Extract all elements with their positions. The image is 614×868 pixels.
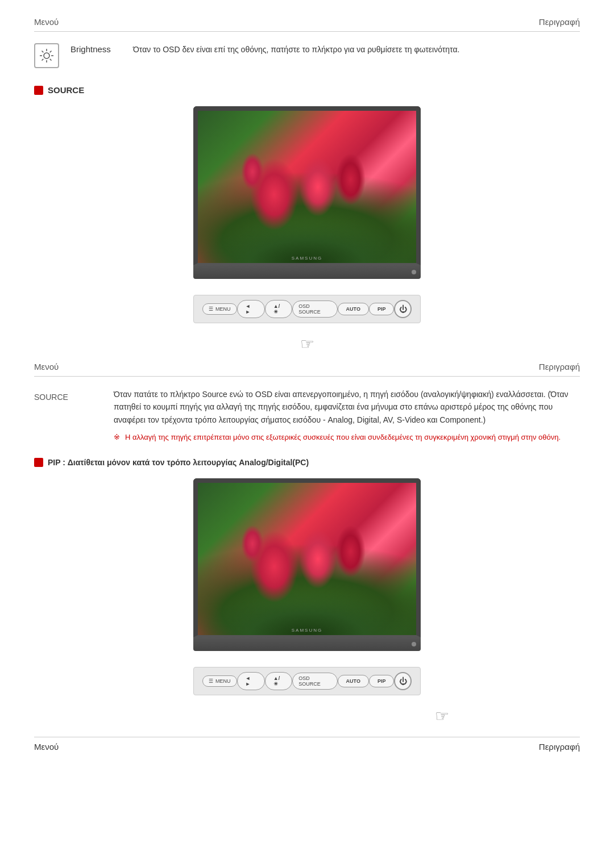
pip-title: PIP : Διατίθεται μόνον κατά τον τρόπο λε… [34, 458, 580, 467]
pip-button[interactable]: PIP [369, 303, 395, 315]
svg-line-5 [42, 51, 44, 53]
power-button-2[interactable]: ⏻ [394, 672, 412, 690]
auto-button-2[interactable]: AUTO [338, 675, 369, 687]
monitor-wrapper-2: SAMSUNG [193, 478, 421, 651]
svg-line-7 [50, 51, 52, 53]
brightness-adj-button[interactable]: ▲/☀ [265, 300, 292, 318]
monitor-container-1: SAMSUNG [34, 106, 580, 279]
monitor-bezel-bottom-2 [193, 637, 421, 651]
button-strip-container-1: ☰ MENU ◄ ► ▲/☀ OSD SOURCE AUTO PIP ⏻ [34, 290, 580, 323]
nav-button-left[interactable]: ◄ ► [237, 300, 265, 318]
menu-button-icon-2: ☰ [209, 678, 213, 684]
brightness-icon-box [34, 43, 59, 68]
monitor-bezel-bottom-1 [193, 265, 421, 279]
power-button-1[interactable]: ⏻ [394, 300, 412, 318]
header-row: Μενού Περιγραφή [34, 17, 580, 32]
source-title-icon [34, 86, 43, 95]
button-strip-2: ☰ MENU ◄ ► ▲/☀ OSD SOURCE AUTO PIP ⏻ [193, 667, 421, 695]
brightness-description: Όταν το OSD δεν είναι επί της οθόνης, πα… [133, 43, 459, 56]
nav-button-left-2[interactable]: ◄ ► [237, 672, 265, 690]
pip-title-text: PIP : Διατίθεται μόνον κατά τον τρόπο λε… [48, 458, 309, 467]
menu-button-label-2: MENU [215, 678, 231, 684]
footer-row: Μενού Περιγραφή [34, 737, 580, 752]
second-header-row: Μενού Περιγραφή [34, 362, 580, 377]
monitor-wrapper-1: SAMSUNG [193, 106, 421, 279]
pip-button-label: PIP [377, 306, 386, 312]
monitor-power-dot-1 [412, 270, 416, 274]
svg-line-8 [42, 59, 44, 61]
brightness-adj-button-2[interactable]: ▲/☀ [265, 672, 292, 690]
menu-button-label: MENU [215, 306, 231, 312]
source-menu-label-col: SOURCE [34, 388, 102, 444]
monitor-screen-2: SAMSUNG [193, 478, 421, 637]
monitor-power-dot-2 [412, 642, 416, 646]
menu-button-group-2[interactable]: ☰ MENU [202, 675, 237, 687]
button-strip-1: ☰ MENU ◄ ► ▲/☀ OSD SOURCE AUTO PIP ⏻ [193, 295, 421, 323]
auto-button-label: AUTO [346, 306, 360, 312]
osd-source-button-2[interactable]: OSD SOURCE [292, 673, 337, 690]
pip-button-2[interactable]: PIP [369, 675, 395, 687]
auto-button[interactable]: AUTO [338, 303, 369, 315]
auto-button-label-2: AUTO [346, 678, 360, 684]
menu-button-icon: ☰ [209, 306, 213, 312]
svg-line-6 [50, 59, 52, 61]
hand-cursor-icon-2: ☞ [34, 707, 580, 725]
brightness-label: Brightness [70, 44, 122, 54]
source-main-description: Όταν πατάτε το πλήκτρο Source ενώ το OSD… [114, 388, 580, 426]
source-description-section: SOURCE Όταν πατάτε το πλήκτρο Source ενώ… [34, 388, 580, 444]
tulip-image-1 [198, 111, 416, 263]
pip-section: PIP : Διατίθεται μόνον κατά τον τρόπο λε… [34, 458, 580, 725]
source-note-description: Η αλλαγή της πηγής επιτρέπεται μόνο στις… [114, 432, 580, 444]
hand-cursor-icon-1: ☞ [34, 335, 580, 353]
monitor-container-2: SAMSUNG [34, 478, 580, 651]
menu-button-group[interactable]: ☰ MENU [202, 303, 237, 315]
brightness-section: Brightness Όταν το OSD δεν είναι επί της… [34, 43, 580, 68]
osd-source-button[interactable]: OSD SOURCE [292, 301, 337, 318]
header-menu-label: Μενού [34, 17, 59, 27]
pip-button-label-2: PIP [377, 678, 386, 684]
osd-source-label-2: OSD SOURCE [298, 675, 331, 687]
source-menu-label: SOURCE [34, 393, 102, 402]
header-description-label: Περιγραφή [539, 17, 580, 27]
button-strip-container-2: ☰ MENU ◄ ► ▲/☀ OSD SOURCE AUTO PIP ⏻ [34, 662, 580, 695]
tulip-image-2 [198, 483, 416, 635]
source-section-title: SOURCE [34, 85, 580, 95]
second-header-menu: Μενού [34, 362, 59, 372]
source-description-col: Όταν πατάτε το πλήκτρο Source ενώ το OSD… [114, 388, 580, 444]
source-title-text: SOURCE [48, 85, 84, 95]
monitor-screen-1: SAMSUNG [193, 106, 421, 265]
svg-point-0 [44, 53, 49, 59]
monitor-brand-1: SAMSUNG [292, 256, 322, 261]
footer-description-label: Περιγραφή [539, 742, 580, 752]
footer-menu-label: Μενού [34, 742, 59, 752]
second-header-desc: Περιγραφή [539, 362, 580, 372]
brightness-svg-icon [39, 48, 55, 64]
osd-source-label: OSD SOURCE [298, 303, 331, 315]
monitor-brand-2: SAMSUNG [292, 628, 322, 633]
pip-title-icon [34, 458, 43, 467]
